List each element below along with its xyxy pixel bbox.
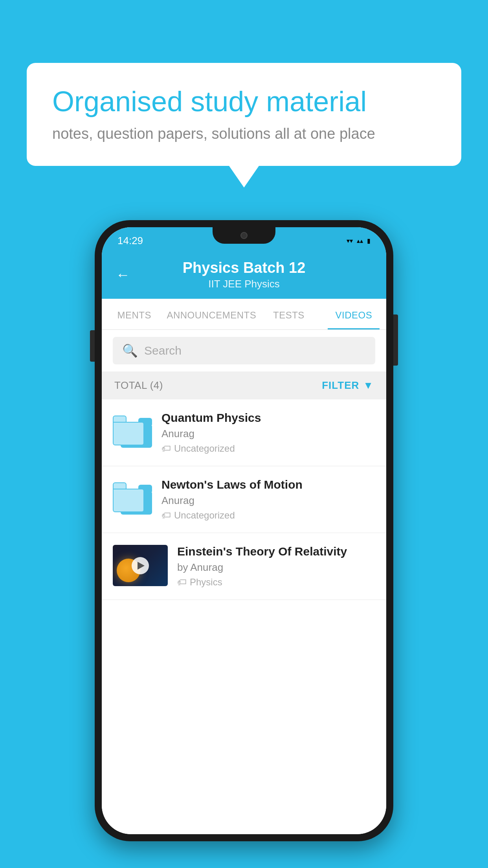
status-icons: ▾▾ ▴▴ ▮ (347, 237, 371, 245)
speech-bubble: Organised study material notes, question… (27, 63, 461, 166)
list-item[interactable]: Quantum Physics Anurag 🏷 Uncategorized (102, 399, 386, 466)
list-item[interactable]: Newton's Laws of Motion Anurag 🏷 Uncateg… (102, 466, 386, 533)
video-info-quantum: Quantum Physics Anurag 🏷 Uncategorized (161, 411, 375, 454)
video-title: Newton's Laws of Motion (161, 478, 375, 491)
speech-bubble-subtitle: notes, question papers, solutions all at… (52, 125, 436, 142)
filter-label: FILTER (322, 379, 359, 392)
video-list: Quantum Physics Anurag 🏷 Uncategorized (102, 399, 386, 834)
wifi-icon: ▾▾ (347, 237, 353, 245)
tab-announcements[interactable]: ANNOUNCEMENTS (167, 299, 256, 329)
video-thumbnail-einstein (113, 545, 168, 586)
video-tag: 🏷 Uncategorized (161, 510, 375, 521)
app-header: ← Physics Batch 12 IIT JEE Physics (102, 251, 386, 299)
video-info-einstein: Einstein's Theory Of Relativity by Anura… (177, 545, 375, 588)
search-placeholder: Search (144, 344, 182, 357)
total-count-label: TOTAL (4) (114, 379, 163, 392)
folder-icon-quantum (113, 411, 152, 451)
video-tag: 🏷 Physics (177, 577, 375, 588)
phone-outer: 14:29 ▾▾ ▴▴ ▮ ← Physics Batch 12 IIT JEE… (95, 220, 393, 841)
filter-button[interactable]: FILTER ▼ (322, 379, 374, 392)
phone-screen: 14:29 ▾▾ ▴▴ ▮ ← Physics Batch 12 IIT JEE… (102, 227, 386, 834)
tag-icon: 🏷 (161, 510, 171, 521)
play-icon (138, 562, 145, 570)
back-button[interactable]: ← (116, 267, 130, 283)
header-title: Physics Batch 12 (183, 259, 306, 276)
filter-icon: ▼ (363, 379, 374, 392)
header-subtitle-part2: Physics (244, 278, 280, 290)
video-tag: 🏷 Uncategorized (161, 443, 375, 454)
phone-container: 14:29 ▾▾ ▴▴ ▮ ← Physics Batch 12 IIT JEE… (95, 220, 393, 841)
header-subtitle: IIT JEE Physics (208, 278, 280, 290)
speech-bubble-arrow (229, 166, 259, 188)
tabs-bar: MENTS ANNOUNCEMENTS TESTS VIDEOS (102, 299, 386, 330)
search-container: 🔍 Search (102, 330, 386, 371)
tag-icon: 🏷 (177, 577, 187, 588)
status-time: 14:29 (117, 235, 143, 247)
video-title: Quantum Physics (161, 411, 375, 425)
folder-icon-newton (113, 478, 152, 517)
header-subtitle-part1: IIT JEE (208, 278, 242, 290)
search-bar[interactable]: 🔍 Search (113, 337, 375, 364)
video-author: Anurag (161, 495, 375, 507)
video-info-newton: Newton's Laws of Motion Anurag 🏷 Uncateg… (161, 478, 375, 521)
filter-bar: TOTAL (4) FILTER ▼ (102, 371, 386, 399)
battery-icon: ▮ (367, 237, 371, 245)
list-item[interactable]: Einstein's Theory Of Relativity by Anura… (102, 533, 386, 600)
tag-label: Uncategorized (174, 510, 235, 521)
tab-videos[interactable]: VIDEOS (321, 299, 386, 329)
tab-tests[interactable]: TESTS (256, 299, 321, 329)
speech-bubble-title: Organised study material (52, 85, 436, 118)
play-button[interactable] (132, 557, 149, 574)
video-title: Einstein's Theory Of Relativity (177, 545, 375, 558)
phone-notch (213, 227, 275, 244)
video-author: Anurag (161, 428, 375, 440)
search-icon: 🔍 (122, 343, 138, 358)
speech-bubble-container: Organised study material notes, question… (27, 63, 461, 188)
tab-ments[interactable]: MENTS (102, 299, 167, 329)
tag-icon: 🏷 (161, 443, 171, 454)
tag-label: Physics (190, 577, 222, 588)
video-author: by Anurag (177, 561, 375, 574)
notch-camera (240, 232, 248, 239)
signal-icon: ▴▴ (357, 237, 363, 245)
tag-label: Uncategorized (174, 443, 235, 454)
